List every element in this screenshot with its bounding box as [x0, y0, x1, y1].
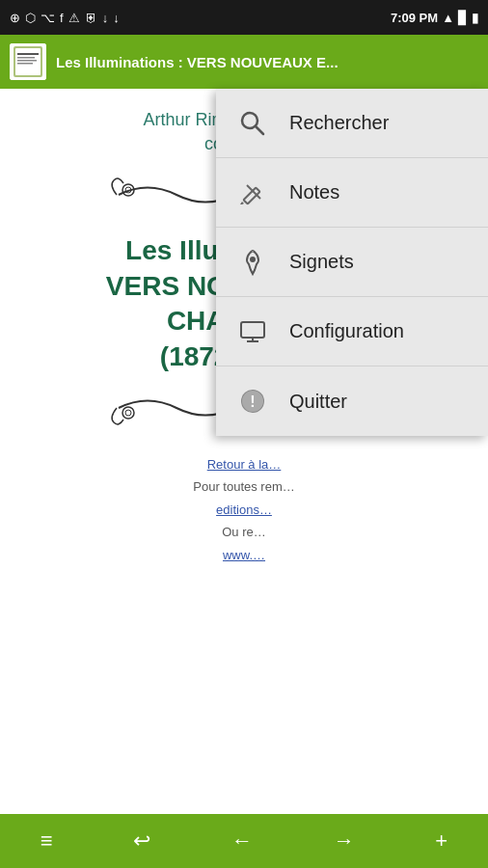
menu-item-rechercher[interactable]: Rechercher [216, 89, 488, 158]
www-link[interactable]: www.… [223, 548, 265, 562]
warning-circle-menu-icon: ! [235, 384, 270, 419]
menu-item-notes[interactable]: Notes [216, 158, 488, 228]
svg-point-11 [122, 407, 134, 419]
retour-link[interactable]: Retour à la… [207, 457, 282, 472]
svg-text:!: ! [250, 393, 255, 410]
book-thumbnail [10, 43, 46, 80]
svg-rect-2 [15, 48, 41, 75]
battery-icon: ▮ [472, 11, 478, 25]
menu-nav-button[interactable]: ≡ [41, 828, 53, 854]
svg-rect-4 [17, 57, 35, 59]
footer-text1: Pour toutes rem… [29, 475, 459, 498]
svg-rect-6 [17, 63, 33, 65]
svg-rect-22 [241, 322, 264, 338]
fb-status-icon: f [60, 11, 64, 25]
prev-nav-button[interactable]: ← [231, 828, 253, 854]
notes-label: Notes [289, 181, 339, 203]
rechercher-label: Rechercher [289, 112, 389, 134]
svg-line-16 [256, 126, 263, 134]
signets-label: Signets [289, 251, 354, 273]
quitter-label: Quitter [289, 391, 347, 413]
warn-status-icon: ⚠ [68, 11, 80, 25]
dl1-status-icon: ↓ [102, 11, 109, 25]
status-right-area: 7:09 PM ▲ ▊ ▮ [391, 11, 478, 25]
shield-status-icon: ⛨ [85, 11, 97, 25]
signal-bars-icon: ▊ [458, 11, 468, 25]
app-title: Les Illuminations : VERS NOUVEAUX E... [56, 54, 339, 70]
svg-marker-18 [240, 202, 244, 204]
configuration-label: Configuration [289, 320, 404, 342]
pencil-menu-icon [235, 176, 270, 210]
bottom-navigation-bar: ≡ ↩ ← → + [0, 814, 488, 868]
search-menu-icon [235, 106, 270, 141]
next-nav-button[interactable]: → [334, 828, 355, 854]
wifi-signal-icon: ▲ [442, 11, 454, 25]
menu-item-configuration[interactable]: Configuration [216, 297, 488, 366]
wifi-status-icon: ⬡ [25, 11, 36, 25]
app-bar: Les Illuminations : VERS NOUVEAUX E... [0, 35, 488, 89]
svg-point-12 [125, 410, 131, 416]
footer-text2: Ou re… [29, 521, 459, 543]
svg-rect-3 [17, 53, 39, 55]
monitor-menu-icon [235, 314, 270, 349]
usb-status-icon: ⌥ [41, 11, 55, 25]
status-icons-left: ⊕ ⬡ ⌥ f ⚠ ⛨ ↓ ↓ [10, 11, 120, 25]
context-menu: Rechercher Notes Signets [216, 89, 488, 436]
menu-item-quitter[interactable]: ! Quitter [216, 366, 488, 436]
pin-menu-icon [235, 245, 270, 280]
back-nav-button[interactable]: ↩ [133, 828, 150, 854]
dl2-status-icon: ↓ [113, 11, 120, 25]
svg-point-20 [250, 257, 256, 262]
add-nav-button[interactable]: + [435, 828, 447, 854]
editions-link[interactable]: editions… [216, 502, 272, 517]
plus-status-icon: ⊕ [10, 11, 20, 25]
status-bar: ⊕ ⬡ ⌥ f ⚠ ⛨ ↓ ↓ 7:09 PM ▲ ▊ ▮ [0, 0, 488, 35]
svg-rect-5 [17, 60, 37, 62]
time-display: 7:09 PM [391, 11, 438, 25]
footer-links: Retour à la… Pour toutes rem… editions… … [29, 453, 459, 566]
menu-item-signets[interactable]: Signets [216, 228, 488, 297]
